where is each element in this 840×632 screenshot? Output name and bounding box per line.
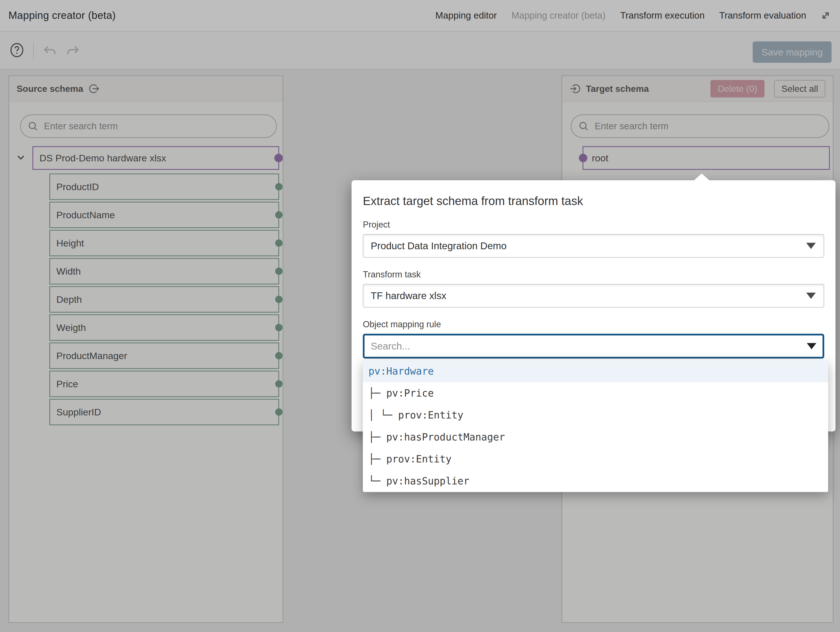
dialog-title: Extract target schema from transform tas… [363, 180, 824, 208]
dialog-pointer-caret [694, 173, 709, 180]
listbox-option[interactable]: ├─ pv:hasProductManager [363, 426, 828, 448]
rule-search-input[interactable] [371, 340, 803, 352]
transform-task-select-value: TF hardware xlsx [371, 290, 446, 301]
listbox-option[interactable]: ├─ pv:Price [363, 382, 828, 404]
object-mapping-rule-combobox[interactable] [363, 334, 824, 359]
extract-schema-dialog: Extract target schema from transform tas… [352, 180, 835, 432]
dropdown-caret-icon [807, 343, 816, 349]
listbox-option[interactable]: ├─ prov:Entity [363, 448, 828, 470]
transform-task-label: Transform task [363, 270, 824, 279]
mapping-creator-screen: Mapping creator (beta) Mapping editor Ma… [0, 0, 840, 632]
rule-options-listbox: pv:Hardware ├─ pv:Price │ └─ prov:Entity… [363, 360, 828, 492]
listbox-option[interactable]: └─ pv:hasSupplier [363, 470, 828, 492]
listbox-option[interactable]: pv:Hardware [363, 360, 828, 382]
object-mapping-rule-label: Object mapping rule [363, 320, 824, 329]
project-label: Project [363, 220, 824, 229]
listbox-option[interactable]: │ └─ prov:Entity [363, 404, 828, 426]
dropdown-caret-icon [806, 293, 816, 299]
object-mapping-rule-field: pv:Hardware ├─ pv:Price │ └─ prov:Entity… [363, 334, 824, 359]
transform-task-select[interactable]: TF hardware xlsx [363, 284, 824, 307]
project-select[interactable]: Product Data Integration Demo [363, 234, 824, 258]
project-select-value: Product Data Integration Demo [371, 240, 507, 252]
dropdown-caret-icon [806, 243, 816, 249]
